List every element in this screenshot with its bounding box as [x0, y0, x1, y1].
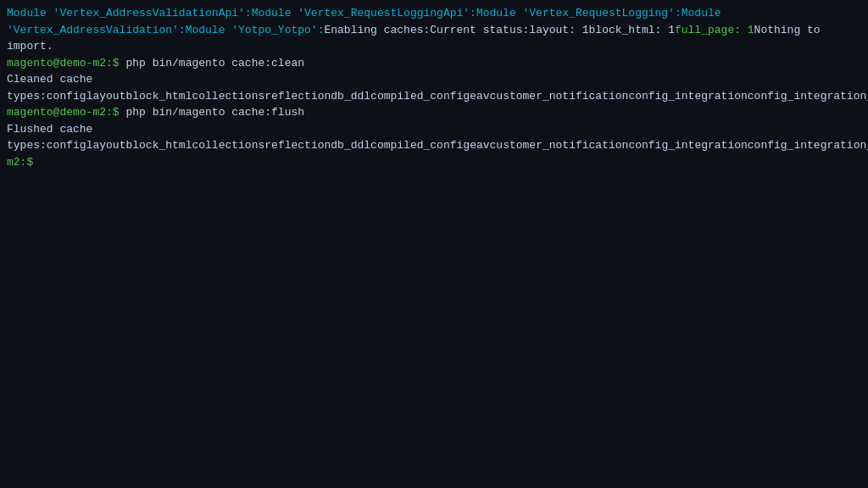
terminal-line: block_html — [125, 90, 192, 103]
terminal-line: block_html: 1 — [589, 24, 675, 36]
terminal-line: layout — [86, 90, 126, 103]
terminal[interactable]: Module 'Vertex_AddressValidationApi':Mod… — [0, 0, 868, 488]
terminal-line: magento@demo-m2:$ php bin/magento cache:… — [7, 104, 861, 121]
terminal-line: config — [47, 139, 86, 152]
terminal-line: layout: 1 — [529, 24, 588, 36]
terminal-line: collections — [192, 139, 264, 152]
terminal-line: Module 'Yotpo_Yotpo': — [186, 24, 325, 36]
terminal-line: db_ddl — [331, 139, 370, 152]
terminal-line: config_integration — [628, 139, 747, 152]
command: php bin/magento cache:flush — [125, 106, 304, 119]
terminal-line: db_ddl — [331, 90, 370, 103]
terminal-line: Enabling caches: — [324, 24, 430, 36]
terminal-line: layout — [86, 139, 126, 152]
terminal-line: customer_notification — [490, 90, 629, 103]
terminal-line: eav — [470, 139, 489, 152]
terminal-line: config — [47, 90, 86, 103]
terminal-line: customer_notification — [490, 139, 629, 152]
terminal-line: magento@demo-m2:$ php bin/magento cache:… — [7, 55, 861, 72]
command: php bin/magento cache:clean — [125, 57, 304, 69]
terminal-line: Module 'Vertex_RequestLogging': — [476, 7, 682, 19]
terminal-line: compiled_config — [370, 139, 470, 152]
terminal-line: reflection — [264, 139, 331, 152]
terminal-line: Module 'Vertex_RequestLoggingApi': — [252, 7, 476, 19]
terminal-line: Current status: — [430, 24, 529, 36]
prompt: magento@demo-m2:$ — [7, 57, 125, 69]
terminal-line: block_html — [125, 139, 192, 152]
prompt: magento@demo-m2:$ — [7, 106, 125, 119]
terminal-line: collections — [192, 90, 264, 103]
terminal-line: full_page: 1 — [675, 24, 754, 36]
terminal-line: config_integration — [628, 90, 747, 103]
terminal-line: eav — [470, 90, 489, 103]
terminal-line: compiled_config — [370, 90, 470, 103]
terminal-line: config_integration_api — [748, 139, 868, 152]
terminal-line: Module 'Vertex_AddressValidationApi': — [7, 7, 252, 19]
terminal-line: config_integration_api — [748, 90, 868, 103]
terminal-line: reflection — [264, 90, 331, 103]
